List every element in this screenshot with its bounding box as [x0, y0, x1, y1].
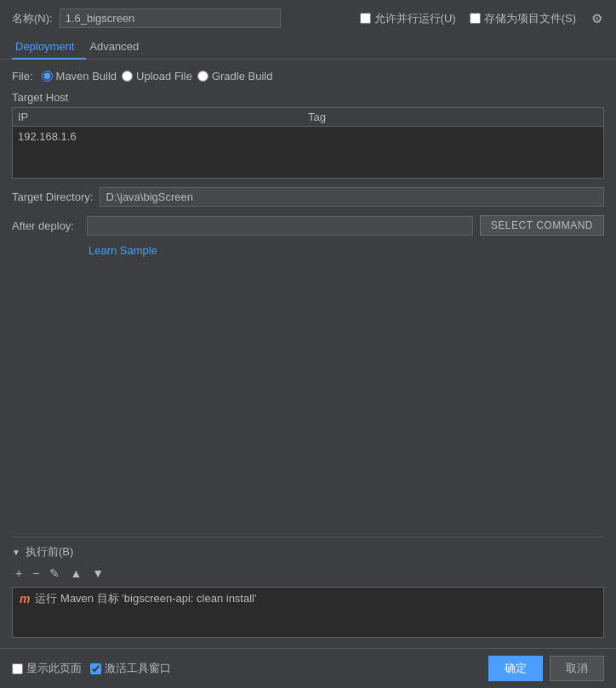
edit-exec-button[interactable]: ✎ [46, 565, 63, 582]
before-exec-toolbar: + − ✎ ▲ ▼ [12, 565, 604, 582]
table-body: 192.168.1.6 [13, 127, 603, 178]
table-row[interactable]: 192.168.1.6 [13, 127, 603, 146]
exec-list: m 运行 Maven 目标 'bigscreen-api: clean inst… [12, 587, 604, 638]
target-host-section: Target Host IP Tag 192.168.1.6 [12, 91, 604, 179]
save-project-label: 存储为项目文件(S) [484, 11, 576, 26]
allow-parallel-check[interactable] [360, 13, 371, 24]
move-up-button[interactable]: ▲ [66, 565, 85, 582]
activate-tool-checkbox[interactable]: 激活工具窗口 [90, 661, 171, 676]
radio-upload[interactable]: Upload File [122, 70, 192, 82]
collapse-triangle-icon: ▼ [12, 548, 20, 557]
move-down-button[interactable]: ▼ [88, 565, 107, 582]
after-deploy-label: After deploy: [12, 219, 80, 232]
learn-sample-link[interactable]: Learn Sample [12, 244, 157, 257]
header-right: 允许并行运行(U) 存储为项目文件(S) ⚙ [360, 11, 604, 26]
cell-tag [308, 130, 598, 143]
tab-deployment[interactable]: Deployment [12, 35, 86, 60]
learn-sample-row: Learn Sample [12, 244, 604, 257]
host-table: IP Tag 192.168.1.6 [12, 107, 604, 179]
spacer [12, 265, 604, 528]
footer-right: 确定 取消 [488, 656, 604, 681]
save-project-check[interactable] [470, 13, 481, 24]
target-host-label: Target Host [12, 91, 604, 104]
radio-upload-label: Upload File [136, 70, 192, 82]
exec-item[interactable]: m 运行 Maven 目标 'bigscreen-api: clean inst… [13, 588, 603, 610]
host-table-container: IP Tag 192.168.1.6 + [12, 107, 604, 179]
activate-tool-label: 激活工具窗口 [105, 661, 171, 676]
before-exec-label: 执行前(B) [26, 544, 73, 560]
activate-tool-check[interactable] [90, 663, 101, 674]
host-table-inner: IP Tag 192.168.1.6 [12, 107, 604, 179]
after-deploy-input[interactable] [87, 216, 473, 236]
cell-ip: 192.168.1.6 [18, 130, 308, 143]
show-page-checkbox[interactable]: 显示此页面 [12, 661, 82, 676]
maven-icon: m [20, 592, 30, 606]
radio-maven[interactable]: Maven Build [42, 70, 117, 82]
exec-item-text: 运行 Maven 目标 'bigscreen-api: clean instal… [35, 591, 256, 606]
save-project-checkbox[interactable]: 存储为项目文件(S) [470, 11, 576, 26]
select-command-button[interactable]: SELECT COMMAND [480, 215, 604, 236]
target-directory-row: Target Directory: [12, 187, 604, 207]
tab-advanced[interactable]: Advanced [86, 35, 151, 60]
name-label: 名称(N): [12, 11, 53, 26]
tabs-row: Deployment Advanced [0, 35, 616, 60]
radio-maven-label: Maven Build [56, 70, 117, 82]
add-exec-button[interactable]: + [12, 565, 26, 582]
allow-parallel-label: 允许并行运行(U) [374, 11, 456, 26]
radio-gradle-input[interactable] [197, 71, 208, 82]
col-tag: Tag [308, 111, 598, 123]
before-exec-section: ▼ 执行前(B) + − ✎ ▲ ▼ m 运行 Maven 目标 'bigscr… [12, 537, 604, 638]
show-page-check[interactable] [12, 663, 23, 674]
radio-upload-input[interactable] [122, 71, 133, 82]
radio-gradle-label: Gradle Build [212, 70, 273, 82]
show-page-label: 显示此页面 [26, 661, 82, 676]
main-content: File: Maven Build Upload File Gradle Bui… [0, 60, 616, 648]
gear-button[interactable]: ⚙ [590, 11, 604, 26]
after-deploy-row: After deploy: SELECT COMMAND [12, 215, 604, 236]
file-row: File: Maven Build Upload File Gradle Bui… [12, 70, 604, 82]
cancel-button[interactable]: 取消 [550, 656, 604, 681]
radio-gradle[interactable]: Gradle Build [197, 70, 273, 82]
col-ip: IP [18, 111, 308, 123]
dir-input[interactable] [100, 187, 604, 207]
dialog-window: 名称(N): 允许并行运行(U) 存储为项目文件(S) ⚙ Deployment… [0, 0, 616, 688]
table-header: IP Tag [13, 108, 603, 127]
header-row: 名称(N): 允许并行运行(U) 存储为项目文件(S) ⚙ [0, 0, 616, 35]
ok-button[interactable]: 确定 [488, 656, 543, 681]
dir-label: Target Directory: [12, 190, 93, 203]
allow-parallel-checkbox[interactable]: 允许并行运行(U) [360, 11, 456, 26]
footer: 显示此页面 激活工具窗口 确定 取消 [0, 648, 616, 688]
name-input[interactable] [60, 9, 281, 28]
before-exec-header[interactable]: ▼ 执行前(B) [12, 544, 604, 560]
file-label: File: [12, 70, 33, 82]
radio-maven-input[interactable] [42, 71, 53, 82]
remove-exec-button[interactable]: − [29, 565, 43, 582]
